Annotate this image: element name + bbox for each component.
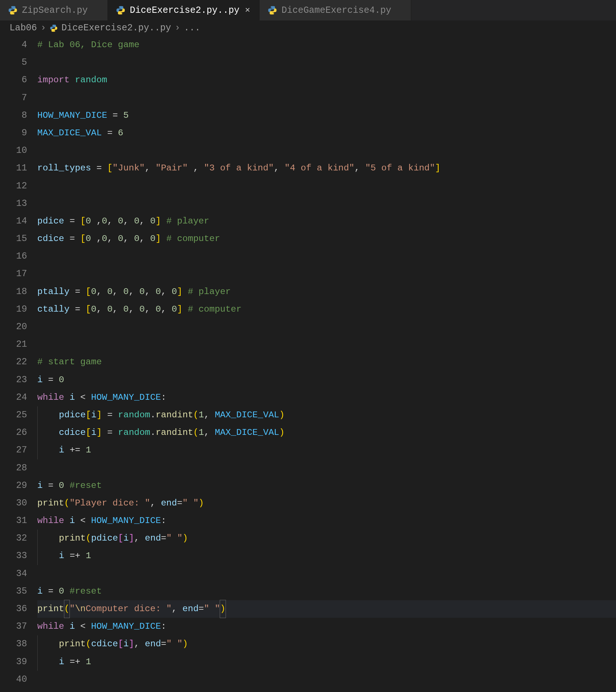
code-token: , [97, 287, 107, 297]
code-line[interactable] [37, 177, 616, 195]
code-line[interactable] [37, 336, 616, 353]
code-line[interactable]: HOW_MANY_DICE = 5 [37, 107, 616, 124]
breadcrumb-folder[interactable]: Lab06 [10, 23, 37, 33]
line-number: 24 [0, 389, 27, 406]
code-token: , [204, 410, 215, 420]
code-token: = [161, 639, 166, 649]
code-token: = [43, 586, 59, 596]
code-token: ) [220, 600, 226, 618]
code-line[interactable]: while i < HOW_MANY_DICE: [37, 512, 616, 530]
code-line[interactable]: cdice[i] = random.randint(1, MAX_DICE_VA… [37, 424, 616, 441]
code-line[interactable]: print("\nComputer dice: ", end=" ") [37, 600, 616, 618]
code-line[interactable] [37, 318, 616, 336]
code-line[interactable]: while i < HOW_MANY_DICE: [37, 618, 616, 635]
line-number: 8 [0, 107, 27, 124]
code-token: = [69, 304, 86, 314]
code-token: i [59, 657, 64, 667]
code-token: < [75, 516, 91, 526]
code-token: , [145, 287, 155, 297]
code-line[interactable]: i =+ 1 [37, 653, 616, 671]
tab-dicegameexercise4[interactable]: DiceGameExercise4.py × [260, 0, 411, 20]
code-line[interactable]: roll_types = ["Junk", "Pair" , "3 of a k… [37, 159, 616, 177]
code-line[interactable]: print(pdice[i], end=" ") [37, 530, 616, 547]
close-icon[interactable]: × [244, 5, 251, 15]
code-token [161, 234, 166, 244]
tab-bar: ZipSearch.py × DiceExercise2.py..py × Di… [0, 0, 616, 20]
code-token: 0 [59, 375, 64, 385]
code-token: i [37, 586, 43, 596]
tab-zipsearch[interactable]: ZipSearch.py × [0, 0, 108, 20]
code-line[interactable]: import random [37, 71, 616, 89]
code-token: " " [166, 639, 182, 649]
code-line[interactable] [37, 248, 616, 265]
code-token: =+ [64, 657, 86, 667]
line-number: 7 [0, 89, 27, 107]
code-token: 0 [172, 304, 177, 314]
code-line[interactable] [37, 265, 616, 283]
code-token: HOW_MANY_DICE [91, 516, 161, 526]
code-token: , [145, 163, 155, 173]
code-line[interactable] [37, 671, 616, 688]
line-number: 15 [0, 230, 27, 248]
tab-diceexercise2[interactable]: DiceExercise2.py..py × [108, 0, 260, 20]
code-line[interactable]: MAX_DICE_VAL = 6 [37, 124, 616, 142]
code-token: ptally [37, 287, 69, 297]
code-token [64, 586, 70, 596]
code-token: HOW_MANY_DICE [37, 110, 107, 120]
code-token: # player [166, 216, 209, 226]
code-line[interactable] [37, 89, 616, 107]
code-token: 6 [118, 128, 124, 138]
code-line[interactable]: # Lab 06, Dice game [37, 36, 616, 54]
code-token: #reset [69, 481, 102, 490]
code-token: , [161, 287, 171, 297]
code-token: , [150, 498, 161, 508]
code-line[interactable]: ctally = [0, 0, 0, 0, 0, 0] # computer [37, 301, 616, 318]
code-line[interactable]: print("Player dice: ", end=" ") [37, 494, 616, 512]
line-number: 33 [0, 547, 27, 565]
python-icon [8, 5, 18, 15]
code-token: "Junk" [113, 163, 145, 173]
code-line[interactable]: ptally = [0, 0, 0, 0, 0, 0] # player [37, 283, 616, 301]
code-line[interactable]: while i < HOW_MANY_DICE: [37, 389, 616, 406]
code-token: print [37, 604, 64, 614]
code-line[interactable]: i += 1 [37, 441, 616, 459]
code-line[interactable]: print(cdice[i], end=" ") [37, 635, 616, 653]
code-line[interactable]: # start game [37, 353, 616, 371]
line-number: 21 [0, 336, 27, 353]
code-token [64, 392, 70, 402]
code-token: < [75, 621, 91, 631]
code-token: , [161, 304, 171, 314]
code-line[interactable]: pdice = [0 ,0, 0, 0, 0] # player [37, 213, 616, 230]
code-token: import [37, 75, 69, 85]
code-token: 1 [199, 428, 204, 437]
breadcrumb-trail[interactable]: ... [184, 23, 200, 33]
code-line[interactable]: cdice = [0 ,0, 0, 0, 0] # computer [37, 230, 616, 248]
line-number: 5 [0, 54, 27, 71]
code-token: , [123, 216, 134, 226]
code-token: end [182, 604, 199, 614]
code-token: , [134, 639, 145, 649]
code-token: pdice [37, 216, 64, 226]
code-line[interactable]: i =+ 1 [37, 547, 616, 565]
code-line[interactable] [37, 54, 616, 71]
code-token: ] [155, 216, 161, 226]
code-token: 0 [134, 216, 140, 226]
code-area[interactable]: # Lab 06, Dice gameimport randomHOW_MANY… [37, 36, 616, 688]
code-line[interactable]: pdice[i] = random.randint(1, MAX_DICE_VA… [37, 406, 616, 424]
code-token: HOW_MANY_DICE [91, 621, 161, 631]
line-number: 13 [0, 195, 27, 213]
code-line[interactable] [37, 565, 616, 583]
line-number: 10 [0, 142, 27, 159]
code-token: [ [86, 410, 91, 420]
code-line[interactable] [37, 459, 616, 477]
code-line[interactable] [37, 195, 616, 213]
code-line[interactable]: i = 0 #reset [37, 583, 616, 600]
breadcrumb[interactable]: Lab06 › DiceExercise2.py..py › ... [0, 20, 616, 36]
code-line[interactable]: i = 0 [37, 371, 616, 389]
code-line[interactable]: i = 0 #reset [37, 477, 616, 494]
code-token: ] [129, 639, 134, 649]
breadcrumb-file[interactable]: DiceExercise2.py..py [61, 23, 171, 33]
code-editor[interactable]: 4567891011121314151617181920212223242526… [0, 36, 616, 688]
code-token: = [69, 287, 86, 297]
code-line[interactable] [37, 142, 616, 159]
